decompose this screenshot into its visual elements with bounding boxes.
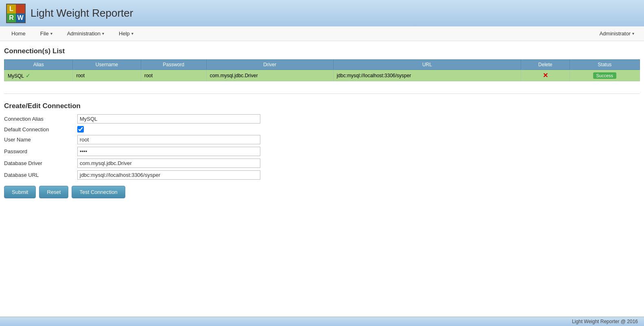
logo-cell-r-top	[16, 4, 25, 13]
reset-button[interactable]: Reset	[39, 186, 68, 198]
connections-list-title: Connection(s) List	[4, 47, 640, 55]
app-header: L R W Light Weight Reporter	[0, 0, 644, 26]
col-driver[interactable]: Driver	[206, 60, 333, 70]
navbar-right: Administrator ▾	[594, 27, 640, 40]
connections-table-header: Alias Username Password Driver URL Delet…	[4, 60, 640, 70]
logo-cell-r-bot: R	[7, 13, 16, 22]
user-name-label: User Name	[4, 137, 77, 143]
cell-delete[interactable]: ✕	[521, 70, 570, 81]
col-username[interactable]: Username	[73, 60, 141, 70]
database-url-input[interactable]	[77, 170, 260, 180]
form-title: Create/Edit Connection	[4, 102, 640, 110]
connections-table-body: MySQL ✓ root root com.mysql.jdbc.Driver …	[4, 70, 640, 81]
app-title: Light Weight Reporter	[31, 7, 133, 20]
password-row: Password	[4, 147, 640, 156]
nav-home[interactable]: Home	[4, 27, 33, 40]
table-row: MySQL ✓ root root com.mysql.jdbc.Driver …	[4, 70, 640, 81]
submit-button[interactable]: Submit	[4, 186, 36, 198]
cell-username[interactable]: root	[73, 70, 141, 81]
cell-url: jdbc:mysql://localhost:3306/sysper	[333, 70, 521, 81]
connection-alias-row: Connection Alias	[4, 114, 640, 124]
cell-password: root	[141, 70, 206, 81]
col-password[interactable]: Password	[141, 60, 206, 70]
connection-alias-input[interactable]	[77, 114, 260, 124]
user-name-row: User Name	[4, 135, 640, 144]
col-url[interactable]: URL	[333, 60, 521, 70]
file-dropdown-arrow: ▾	[50, 31, 52, 36]
alias-check-icon: ✓	[24, 72, 31, 79]
col-status[interactable]: Status	[570, 60, 640, 70]
user-name-input[interactable]	[77, 135, 260, 144]
cell-driver: com.mysql.jdbc.Driver	[206, 70, 333, 81]
connections-table: Alias Username Password Driver URL Delet…	[4, 59, 640, 81]
default-connection-label: Default Connection	[4, 126, 77, 133]
main-content: Connection(s) List Alias Username Passwo…	[0, 41, 644, 204]
navbar-left: Home File ▾ Administration ▾ Help ▾	[4, 27, 594, 40]
administration-dropdown-arrow: ▾	[102, 31, 104, 36]
nav-file[interactable]: File ▾	[33, 27, 60, 40]
connection-alias-label: Connection Alias	[4, 116, 77, 122]
form-buttons: Submit Reset Test Connection	[4, 186, 640, 198]
admin-dropdown-arrow: ▾	[632, 31, 634, 36]
database-driver-input[interactable]	[77, 159, 260, 168]
help-dropdown-arrow: ▾	[131, 31, 133, 36]
status-badge: Success	[593, 72, 617, 79]
col-alias[interactable]: Alias	[4, 60, 73, 70]
nav-help[interactable]: Help ▾	[111, 27, 141, 40]
cell-alias[interactable]: MySQL ✓	[4, 70, 73, 81]
database-url-label: Database URL	[4, 172, 77, 178]
database-url-row: Database URL	[4, 170, 640, 180]
admin-user-button[interactable]: Administrator ▾	[594, 27, 640, 40]
col-delete[interactable]: Delete	[521, 60, 570, 70]
nav-administration[interactable]: Administration ▾	[60, 27, 111, 40]
delete-icon[interactable]: ✕	[524, 72, 566, 79]
navbar: Home File ▾ Administration ▾ Help ▾ Admi…	[0, 26, 644, 41]
cell-status: Success	[570, 70, 640, 81]
section-separator	[4, 93, 640, 94]
app-logo: L R W	[6, 4, 26, 23]
database-driver-row: Database Driver	[4, 159, 640, 168]
password-input[interactable]	[77, 147, 260, 156]
database-driver-label: Database Driver	[4, 160, 77, 166]
default-connection-row: Default Connection	[4, 126, 640, 133]
create-edit-form: Create/Edit Connection Connection Alias …	[4, 102, 640, 198]
test-connection-button[interactable]: Test Connection	[72, 186, 125, 198]
logo-cell-w: W	[16, 13, 25, 22]
password-label: Password	[4, 148, 77, 154]
logo-cell-l: L	[7, 4, 16, 13]
default-connection-checkbox[interactable]	[77, 126, 84, 133]
